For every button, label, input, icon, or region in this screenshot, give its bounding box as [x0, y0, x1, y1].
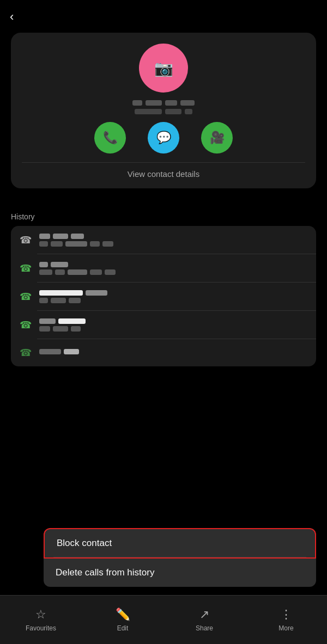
history-item[interactable]: ☎: [11, 311, 316, 339]
history-item[interactable]: ☎: [11, 339, 316, 366]
call-info: [39, 318, 307, 332]
contact-number: [135, 109, 192, 114]
incoming-call-icon: ☎: [20, 234, 32, 246]
nav-edit[interactable]: ✏️ Edit: [82, 596, 164, 644]
contact-card: 📷 📞 💬 🎥 View contact details: [11, 33, 316, 188]
call-info: [39, 290, 307, 303]
contact-name: [132, 100, 195, 106]
edit-icon: ✏️: [116, 608, 130, 622]
nav-more[interactable]: ⋮ More: [245, 596, 327, 644]
outgoing-call-icon: ☎: [20, 347, 32, 359]
nav-share-label: Share: [196, 624, 213, 632]
outgoing-call-icon: ☎: [20, 291, 32, 303]
share-icon: ↗: [199, 608, 209, 622]
outgoing-call-icon: ☎: [20, 319, 32, 331]
phone-icon: 📞: [103, 131, 118, 145]
history-item[interactable]: ☎: [11, 226, 316, 254]
nav-favourites[interactable]: ☆ Favourites: [0, 596, 82, 644]
video-icon: 🎥: [210, 131, 225, 145]
delete-calls-button[interactable]: Delete calls from history: [44, 559, 316, 587]
camera-icon: 📷: [154, 59, 173, 77]
history-list: ☎ ☎: [11, 226, 316, 366]
more-icon: ⋮: [280, 608, 292, 622]
star-icon: ☆: [35, 608, 46, 622]
call-info: [39, 234, 307, 247]
message-button[interactable]: 💬: [148, 122, 179, 154]
call-info: [39, 262, 307, 275]
back-button[interactable]: ‹: [10, 10, 14, 24]
avatar: 📷: [139, 44, 188, 93]
divider: [22, 162, 305, 163]
view-contact-details[interactable]: View contact details: [128, 169, 199, 179]
call-info: [39, 349, 307, 357]
action-buttons: 📞 💬 🎥: [94, 122, 233, 154]
nav-edit-label: Edit: [117, 624, 129, 632]
bottom-nav: ☆ Favourites ✏️ Edit ↗ Share ⋮ More: [0, 595, 327, 644]
call-button[interactable]: 📞: [94, 122, 126, 154]
history-item[interactable]: ☎: [11, 283, 316, 311]
block-contact-button[interactable]: Block contact: [44, 528, 316, 559]
video-button[interactable]: 🎥: [201, 122, 233, 154]
nav-favourites-label: Favourites: [26, 624, 56, 632]
history-label: History: [11, 212, 35, 221]
history-item[interactable]: ☎: [11, 254, 316, 283]
nav-share[interactable]: ↗ Share: [164, 596, 245, 644]
context-menu: Block contact Delete calls from history: [44, 528, 316, 587]
message-icon: 💬: [156, 131, 171, 145]
outgoing-call-icon: ☎: [20, 262, 32, 274]
nav-more-label: More: [278, 624, 293, 632]
